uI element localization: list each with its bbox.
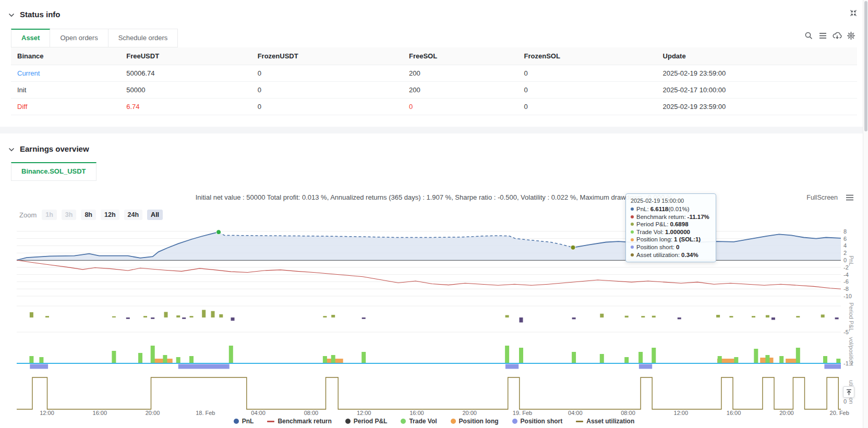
svg-text:6: 6	[843, 236, 847, 242]
svg-text:-8: -8	[843, 286, 849, 292]
column-header: FreeUSDT	[120, 47, 251, 65]
fullscreen-button[interactable]: FullScreen	[806, 194, 838, 201]
svg-text:vol/position: vol/position	[848, 337, 854, 365]
table-cell: 200	[403, 81, 518, 98]
utilization-line	[17, 377, 841, 409]
svg-text:20. Feb: 20. Feb	[830, 410, 849, 416]
svg-text:04:00: 04:00	[568, 410, 583, 416]
tooltip-row: Position long:1 (SOL:1)	[631, 236, 711, 243]
search-icon[interactable]	[804, 31, 813, 40]
svg-text:20:00: 20:00	[462, 410, 477, 416]
series-marker	[216, 230, 221, 235]
table-actions	[804, 31, 855, 40]
zoom-option-3h: 3h	[62, 210, 77, 220]
column-header: FrozenSOL	[518, 47, 657, 65]
svg-text:-6: -6	[843, 278, 849, 285]
svg-text:16:00: 16:00	[93, 410, 107, 416]
chevron-down-icon[interactable]	[8, 144, 15, 154]
legend-item-position-short[interactable]: Position short	[512, 418, 563, 425]
tab-binance-sol-usdt[interactable]: Binance.SOL_USDT	[11, 162, 97, 181]
tooltip-row: PnL:6.6118 (0.01%)	[631, 205, 711, 213]
table-header-row: BinanceFreeUSDTFrozenUSDTFreeSOLFrozenSO…	[11, 47, 857, 65]
table-cell: 2025-02-19 23:59:00	[657, 65, 857, 81]
table-cell: 0	[518, 81, 657, 98]
legend-item-position-long[interactable]: Position long	[451, 418, 499, 425]
zoom-option-8h[interactable]: 8h	[81, 210, 96, 220]
collapse-fullscreen-icon[interactable]	[849, 9, 858, 18]
chart-summary: Initial net value : 50000 Total profit: …	[0, 193, 868, 201]
table-cell: 0	[251, 81, 403, 98]
tooltip-row: Position short:0	[631, 243, 711, 251]
zoom-option-24h[interactable]: 24h	[124, 210, 143, 220]
earnings-section-header: Earnings overview	[8, 144, 89, 154]
zoom-label: Zoom	[19, 211, 37, 219]
zoom-option-all[interactable]: All	[147, 210, 163, 220]
back-to-top-button[interactable]	[843, 386, 854, 398]
legend-item-period-p-l[interactable]: Period P&L	[345, 418, 388, 425]
menu-icon[interactable]	[818, 31, 827, 40]
table-cell: 0	[518, 65, 657, 81]
tab-schedule-orders[interactable]: Schedule orders	[108, 29, 178, 47]
gear-icon[interactable]	[847, 31, 855, 40]
tab-open-orders[interactable]: Open orders	[50, 29, 108, 47]
table-cell: 50006.74	[120, 65, 251, 81]
series-marker	[571, 245, 575, 250]
svg-text:12:00: 12:00	[40, 410, 54, 416]
table-cell: 2025-02-17 10:00:00	[657, 81, 857, 98]
legend-item-benchmark-return[interactable]: Benchmark return	[267, 418, 331, 425]
table-cell: Init	[11, 81, 120, 98]
svg-text:-5: -5	[843, 329, 849, 335]
svg-text:0: 0	[843, 398, 847, 405]
svg-text:-4: -4	[843, 272, 849, 278]
svg-text:12:00: 12:00	[674, 410, 689, 416]
legend-item-pnl[interactable]: PnL	[234, 418, 254, 425]
table-row: Diff6.740002025-02-19 23:59:00	[11, 98, 857, 115]
svg-text:18. Feb: 18. Feb	[196, 410, 215, 416]
table-row: Init50000020002025-02-17 10:00:00	[11, 81, 857, 98]
zoom-option-1h: 1h	[42, 210, 57, 220]
scrollbar	[863, 0, 868, 428]
chevron-down-icon[interactable]	[8, 10, 15, 19]
svg-text:19. Feb: 19. Feb	[513, 410, 532, 416]
tab-asset[interactable]: Asset	[11, 29, 50, 47]
svg-text:08:00: 08:00	[304, 410, 319, 416]
svg-text:8: 8	[843, 228, 847, 235]
table-cell: 0	[251, 65, 403, 81]
table-cell: 200	[403, 65, 518, 81]
cloud-download-icon[interactable]	[833, 31, 841, 40]
svg-text:16:00: 16:00	[409, 410, 424, 416]
tooltip-row: Period P&L:0.6898	[631, 221, 711, 228]
column-header: Update	[657, 47, 857, 65]
svg-text:12:00: 12:00	[357, 410, 371, 416]
tooltip-row: Benchmark return:-11.17%	[631, 213, 711, 221]
column-header: Binance	[11, 47, 120, 65]
tooltip-timestamp: 2025-02-19 15:00:00	[631, 198, 711, 204]
svg-text:2: 2	[843, 250, 847, 256]
status-section-title: Status info	[20, 10, 61, 19]
svg-text:16:00: 16:00	[727, 410, 741, 416]
earnings-chart[interactable]: 86420-2-4-6-8-10-5-1.20PnLPeriod P&Lvol/…	[8, 224, 860, 418]
legend-item-trade-vol[interactable]: Trade Vol	[401, 418, 437, 425]
table-row: Current50006.74020002025-02-19 23:59:00	[11, 65, 857, 81]
tooltip-row: Trade Vol:1.000000	[631, 228, 711, 236]
legend-item-asset-utilization[interactable]: Asset utilization	[576, 418, 634, 425]
chart-menu-icon[interactable]	[846, 194, 854, 203]
chart-legend: PnLBenchmark returnPeriod P&LTrade VolPo…	[0, 418, 868, 425]
table-cell: Diff	[11, 98, 120, 115]
svg-text:20:00: 20:00	[779, 410, 794, 416]
asset-table: BinanceFreeUSDTFrozenUSDTFreeSOLFrozenSO…	[11, 47, 857, 115]
table-cell: 0	[403, 98, 518, 115]
asset-table-wrap: BinanceFreeUSDTFrozenUSDTFreeSOLFrozenSO…	[11, 47, 857, 115]
pnl-area	[17, 232, 841, 260]
zoom-controls: Zoom 1h3h8h12h24hAll	[19, 210, 167, 220]
svg-text:-10: -10	[843, 293, 852, 299]
table-cell: 2025-02-19 23:59:00	[657, 98, 857, 115]
scrollbar-thumb[interactable]	[864, 1, 867, 131]
table-cell: 6.74	[120, 98, 251, 115]
zoom-option-12h[interactable]: 12h	[101, 210, 119, 220]
svg-text:20:00: 20:00	[146, 410, 160, 416]
page: { "status_section": { "title": "Status i…	[0, 0, 868, 428]
table-cell: 0	[518, 98, 657, 115]
svg-text:Period P&L: Period P&L	[848, 302, 854, 332]
table-cell[interactable]: Current	[11, 65, 120, 81]
